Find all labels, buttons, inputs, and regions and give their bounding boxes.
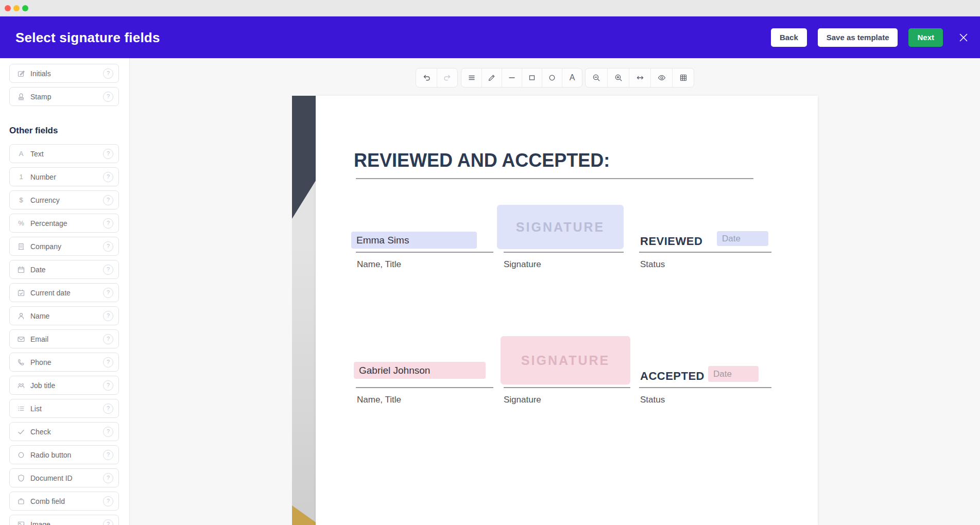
- zoom-in-icon[interactable]: [607, 68, 629, 87]
- help-icon[interactable]: ?: [103, 496, 113, 506]
- signature-label-signer2: Signature: [504, 395, 541, 405]
- text-tool-icon[interactable]: A: [562, 68, 582, 87]
- signature-field-signer1[interactable]: SIGNATURE: [497, 205, 624, 249]
- field-label: Email: [30, 335, 103, 343]
- ellipse-icon[interactable]: [542, 68, 562, 87]
- undo-button[interactable]: [416, 68, 437, 87]
- field-label: Document ID: [30, 474, 103, 482]
- zoom-window-light[interactable]: [22, 5, 28, 11]
- back-button[interactable]: Back: [771, 28, 807, 47]
- calendar-check-icon: [17, 289, 25, 297]
- toolbar-history-group: [416, 68, 458, 87]
- minimize-window-light[interactable]: [13, 5, 20, 11]
- wizard-header: Select signature fields Back Save as tem…: [0, 16, 980, 58]
- sidebar-item-stamp[interactable]: Stamp ?: [9, 87, 119, 106]
- sidebar-item-radio-button[interactable]: Radio button ?: [9, 445, 119, 464]
- sidebar-item-list[interactable]: List ?: [9, 399, 119, 418]
- next-button[interactable]: Next: [908, 28, 943, 47]
- help-icon[interactable]: ?: [103, 241, 113, 252]
- help-icon[interactable]: ?: [103, 519, 113, 525]
- page-title: Select signature fields: [15, 29, 160, 45]
- text-tool-glyph: A: [570, 73, 575, 82]
- person-icon: [17, 312, 25, 320]
- sidebar-item-text[interactable]: A Text ?: [9, 144, 119, 163]
- field-label: Company: [30, 242, 103, 251]
- eye-icon[interactable]: [650, 68, 672, 87]
- status-label-signer2: Status: [640, 395, 665, 405]
- close-icon[interactable]: [956, 30, 971, 45]
- percentage-icon: %: [17, 219, 25, 227]
- field-label: Check: [30, 428, 103, 436]
- help-icon[interactable]: ?: [103, 404, 113, 414]
- close-window-light[interactable]: [5, 5, 11, 11]
- circle-icon: [17, 451, 25, 459]
- name-title-field-signer2[interactable]: Gabriel Johnson: [354, 362, 486, 379]
- help-icon[interactable]: ?: [103, 172, 113, 182]
- help-icon[interactable]: ?: [103, 92, 113, 102]
- sidebar-item-email[interactable]: Email ?: [9, 329, 119, 348]
- help-icon[interactable]: ?: [103, 473, 113, 483]
- fit-width-icon[interactable]: [629, 68, 650, 87]
- field-label: Initials: [30, 69, 103, 78]
- field-label: Stamp: [30, 93, 103, 101]
- field-label: Current date: [30, 289, 103, 297]
- redo-button[interactable]: [437, 68, 457, 87]
- help-icon[interactable]: ?: [103, 218, 113, 229]
- help-icon[interactable]: ?: [103, 265, 113, 275]
- help-icon[interactable]: ?: [103, 195, 113, 205]
- name-underline-signer2: [356, 387, 493, 388]
- sidebar-item-currency[interactable]: $ Currency ?: [9, 190, 119, 209]
- grid-icon[interactable]: [672, 68, 694, 87]
- help-icon[interactable]: ?: [103, 149, 113, 159]
- field-label: Text: [30, 150, 103, 158]
- help-icon[interactable]: ?: [103, 334, 113, 344]
- other-fields-heading: Other fields: [9, 126, 129, 136]
- sidebar-item-job-title[interactable]: Job title ?: [9, 376, 119, 395]
- date-field-signer2[interactable]: Date: [708, 366, 759, 382]
- status-value-signer1: REVIEWED: [640, 235, 702, 248]
- line-icon[interactable]: [502, 68, 522, 87]
- field-label: Phone: [30, 358, 103, 366]
- sidebar-item-check[interactable]: Check ?: [9, 422, 119, 441]
- pencil-icon[interactable]: [482, 68, 502, 87]
- sidebar-item-company[interactable]: Company ?: [9, 237, 119, 256]
- signature-underline-signer2: [504, 387, 630, 388]
- rectangle-icon[interactable]: [522, 68, 542, 87]
- name-title-field-signer1[interactable]: Emma Sims: [351, 232, 477, 249]
- toolbar-view-group: [585, 68, 694, 87]
- sidebar-item-phone[interactable]: Phone ?: [9, 353, 119, 372]
- sidebar-item-document-id[interactable]: Document ID ?: [9, 468, 119, 487]
- sidebar-item-date[interactable]: Date ?: [9, 260, 119, 279]
- date-field-signer1[interactable]: Date: [717, 231, 768, 246]
- name-title-label-signer2: Name, Title: [357, 395, 401, 405]
- zoom-out-icon[interactable]: [586, 68, 607, 87]
- edit-icon: [17, 69, 25, 78]
- currency-icon: $: [17, 196, 25, 204]
- sidebar-item-image[interactable]: Image ?: [9, 515, 119, 525]
- help-icon[interactable]: ?: [103, 427, 113, 437]
- sidebar-item-percentage[interactable]: % Percentage ?: [9, 214, 119, 233]
- sidebar-item-name[interactable]: Name ?: [9, 306, 119, 325]
- help-icon[interactable]: ?: [103, 68, 113, 79]
- sidebar-item-initials[interactable]: Initials ?: [9, 64, 119, 83]
- building-icon: [17, 242, 25, 251]
- field-label: Job title: [30, 381, 103, 390]
- help-icon[interactable]: ?: [103, 288, 113, 298]
- save-as-template-button[interactable]: Save as template: [818, 28, 898, 47]
- calendar-icon: [17, 266, 25, 274]
- sidebar-item-comb-field[interactable]: Comb field ?: [9, 492, 119, 511]
- sidebar-item-number[interactable]: 1 Number ?: [9, 167, 119, 186]
- help-icon[interactable]: ?: [103, 380, 113, 391]
- list-icon: [17, 405, 25, 413]
- signature-field-signer2[interactable]: SIGNATURE: [501, 336, 630, 384]
- phone-icon: [17, 358, 25, 366]
- document-page: REVIEWED AND ACCEPTED: Emma Sims SIGNATU…: [316, 96, 818, 525]
- help-icon[interactable]: ?: [103, 450, 113, 460]
- sidebar-item-current-date[interactable]: Current date ?: [9, 283, 119, 302]
- field-label: Image: [30, 520, 103, 525]
- lines-icon[interactable]: [461, 68, 482, 87]
- field-label: Currency: [30, 196, 103, 204]
- help-icon[interactable]: ?: [103, 357, 113, 367]
- envelope-icon: [17, 335, 25, 343]
- help-icon[interactable]: ?: [103, 311, 113, 321]
